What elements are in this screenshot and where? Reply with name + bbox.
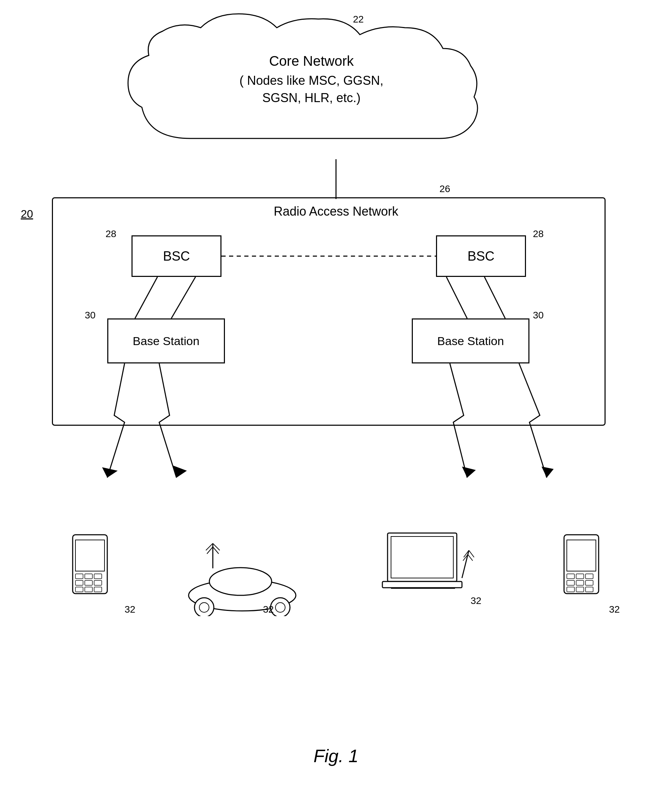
svg-rect-14 — [75, 540, 104, 571]
svg-rect-48 — [586, 574, 593, 579]
svg-marker-9 — [102, 467, 118, 478]
device-car — [180, 540, 304, 616]
svg-rect-51 — [586, 580, 593, 585]
ref-22-label: 22 — [353, 14, 364, 25]
svg-line-33 — [207, 547, 213, 554]
svg-rect-18 — [75, 580, 83, 585]
svg-rect-52 — [567, 587, 574, 592]
svg-rect-47 — [576, 574, 584, 579]
svg-rect-19 — [85, 580, 93, 585]
svg-point-27 — [199, 603, 209, 612]
svg-rect-21 — [75, 587, 83, 592]
ref-30-right-label: 30 — [533, 310, 544, 321]
svg-rect-22 — [85, 587, 93, 592]
ref-26-label: 26 — [440, 183, 450, 195]
svg-marker-12 — [542, 467, 554, 478]
svg-rect-45 — [567, 540, 596, 571]
svg-line-32 — [213, 543, 220, 550]
svg-rect-46 — [567, 574, 574, 579]
bsc-right-box: BSC — [436, 235, 526, 277]
svg-point-25 — [210, 568, 272, 596]
bs-right-box: Base Station — [412, 319, 530, 363]
svg-marker-10 — [173, 466, 187, 478]
svg-rect-23 — [94, 587, 102, 592]
svg-rect-49 — [567, 580, 574, 585]
ran-label: Radio Access Network — [0, 204, 672, 219]
device-phone-2 — [554, 533, 609, 609]
ref-28-left-label: 28 — [106, 229, 116, 240]
svg-text:Core Network: Core Network — [269, 53, 354, 69]
svg-line-34 — [213, 547, 219, 554]
svg-text:SGSN, HLR, etc.): SGSN, HLR, etc.) — [262, 91, 360, 105]
svg-point-29 — [275, 603, 285, 612]
figure-label: Fig. 1 — [0, 746, 672, 766]
bsc-left-box: BSC — [131, 235, 221, 277]
svg-line-43 — [468, 554, 473, 561]
svg-rect-36 — [391, 536, 453, 578]
svg-rect-20 — [94, 580, 102, 585]
ref-32-4-label: 32 — [609, 604, 620, 615]
svg-rect-37 — [382, 581, 462, 588]
cloud-shape: Core Network ( Nodes like MSC, GGSN, SGS… — [121, 10, 502, 159]
device-laptop — [381, 530, 478, 606]
svg-rect-54 — [586, 587, 593, 592]
svg-line-31 — [206, 543, 213, 550]
ran-box — [52, 197, 606, 426]
ref-30-left-label: 30 — [85, 310, 96, 321]
ref-32-1-label: 32 — [125, 604, 135, 615]
bs-left-box: Base Station — [107, 319, 225, 363]
ref-28-right-label: 28 — [533, 229, 544, 240]
svg-rect-53 — [576, 587, 584, 592]
ref-32-2-label: 32 — [263, 604, 274, 615]
svg-rect-50 — [576, 580, 584, 585]
ref-32-3-label: 32 — [470, 596, 482, 607]
diagram: Core Network ( Nodes like MSC, GGSN, SGS… — [0, 0, 672, 794]
svg-rect-17 — [94, 574, 102, 579]
svg-line-41 — [469, 550, 474, 557]
svg-rect-15 — [75, 574, 83, 579]
svg-marker-11 — [462, 467, 476, 478]
svg-rect-16 — [85, 574, 93, 579]
device-phone-1 — [62, 533, 118, 609]
svg-text:( Nodes like MSC, GGSN,: ( Nodes like MSC, GGSN, — [240, 74, 383, 88]
